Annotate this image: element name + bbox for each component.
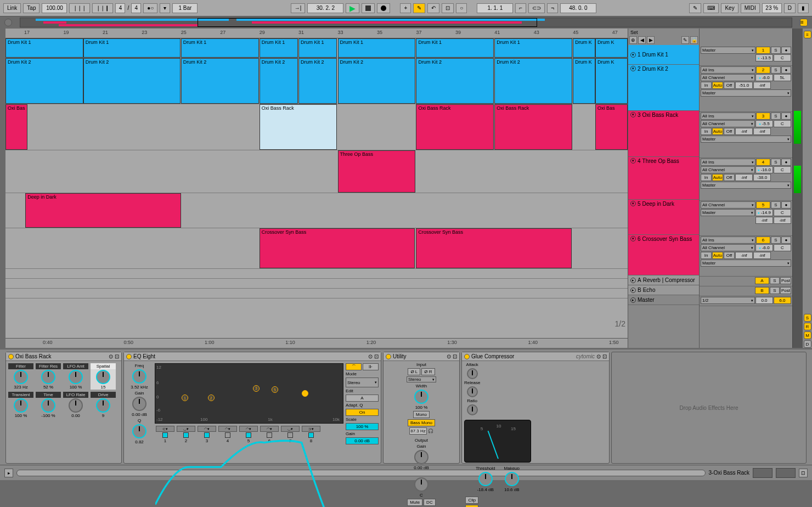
capture-midi-icon[interactable]: ⊡ bbox=[442, 3, 454, 13]
tempo-nudge-down-icon[interactable]: ❘❘❘ bbox=[69, 3, 90, 13]
draw-mode-icon[interactable]: ✎ bbox=[689, 3, 701, 13]
gain-knob[interactable] bbox=[414, 450, 428, 464]
return-track-b[interactable]: ▸ B Echo bbox=[628, 285, 699, 295]
monitor-off[interactable]: Off bbox=[724, 174, 735, 181]
play-icon[interactable]: ▸ bbox=[630, 297, 636, 303]
solo-button[interactable]: S bbox=[771, 236, 781, 244]
device-on-icon[interactable] bbox=[8, 354, 14, 359]
clip[interactable]: Drum Kit 1 bbox=[494, 38, 572, 58]
track-header-2[interactable]: ▾ 2 Drum Kit 2 bbox=[628, 65, 699, 111]
eq-band-8[interactable]: 8 bbox=[302, 390, 308, 397]
clip[interactable]: Oxi Bas bbox=[5, 104, 27, 150]
input-select[interactable]: All Ins bbox=[701, 112, 755, 120]
device-hotswap-icon[interactable]: ⊡ bbox=[453, 353, 457, 359]
monitor-in[interactable]: In bbox=[701, 252, 712, 259]
output-select[interactable]: Master bbox=[701, 89, 791, 97]
phase-r[interactable]: Ø R bbox=[421, 368, 435, 375]
stop-button[interactable] bbox=[362, 3, 375, 13]
arm-button[interactable]: ● bbox=[781, 66, 791, 74]
pan[interactable]: C bbox=[774, 120, 791, 127]
io-toggle-icon[interactable]: ≡ bbox=[804, 31, 811, 38]
send-b[interactable]: -inf bbox=[753, 128, 771, 135]
master-lane[interactable] bbox=[5, 289, 628, 298]
arrangement-overview[interactable] bbox=[20, 18, 792, 27]
arm-button[interactable]: ● bbox=[781, 201, 791, 209]
volume[interactable]: -6.0 bbox=[755, 74, 773, 81]
clip[interactable]: Drum Kit 2 bbox=[494, 58, 572, 104]
detail-view-toggle-icon[interactable]: ▸ bbox=[4, 469, 13, 477]
post-toggle[interactable]: Post bbox=[780, 277, 791, 284]
mute-toggle[interactable]: Mute bbox=[407, 499, 422, 506]
cue-out-select[interactable]: 1/2 bbox=[701, 297, 755, 304]
eq-mode-select[interactable]: Stereo bbox=[346, 378, 379, 387]
clip[interactable]: Drum K bbox=[573, 58, 595, 104]
eq-band-1[interactable]: 1 bbox=[182, 395, 188, 401]
clip[interactable]: Oxi Bass Rack bbox=[416, 104, 494, 150]
stereo-select[interactable]: Stereo bbox=[407, 376, 436, 382]
macro-knob[interactable] bbox=[69, 370, 83, 384]
arm-button[interactable]: ● bbox=[781, 47, 791, 54]
track-activator[interactable]: 5 bbox=[756, 201, 770, 209]
track-lane-2[interactable]: Drum Kit 2 Drum Kit 2 Drum Kit 2 Drum Ki… bbox=[5, 58, 628, 104]
link-toggle[interactable]: Link bbox=[3, 3, 21, 13]
tracks-area[interactable]: Drum Kit 1 Drum Kit 1 Drum Kit 1 Drum Ki… bbox=[5, 38, 628, 338]
solo-button[interactable]: S bbox=[771, 159, 781, 166]
soft-toggle[interactable]: Soft bbox=[465, 505, 478, 507]
attack-knob[interactable] bbox=[467, 368, 478, 379]
clip[interactable]: Crossover Syn Bass bbox=[416, 228, 572, 268]
fold-icon[interactable]: ▾ bbox=[630, 201, 636, 206]
macro-knob[interactable] bbox=[41, 398, 55, 413]
device-hotswap-icon[interactable]: ⊡ bbox=[602, 353, 607, 359]
track-header-1[interactable]: ▾ 1 Drum Kit 1 bbox=[628, 45, 699, 65]
tap-tempo[interactable]: Tap bbox=[23, 3, 40, 13]
eq-view-bar[interactable]: ⊪ bbox=[363, 363, 379, 370]
send-a[interactable]: -inf bbox=[735, 128, 753, 135]
return-activator[interactable]: A bbox=[755, 277, 769, 284]
io-section-toggle[interactable]: ≡ bbox=[800, 19, 808, 26]
mixer-toggle-icon[interactable]: M bbox=[804, 331, 811, 339]
session-record-icon[interactable]: ○ bbox=[456, 3, 467, 13]
headphones-icon[interactable]: 🎧 bbox=[428, 429, 433, 433]
tempo-input[interactable]: 100.00 bbox=[42, 3, 67, 13]
clip[interactable]: Drum K bbox=[573, 38, 595, 58]
device-hotswap-icon[interactable]: ⊡ bbox=[374, 353, 379, 359]
device-on-icon[interactable] bbox=[386, 354, 391, 359]
input-select[interactable]: All Ins bbox=[701, 236, 755, 244]
fold-icon[interactable]: ▾ bbox=[630, 112, 636, 117]
drop-audio-effects[interactable]: Drop Audio Effects Here bbox=[611, 352, 807, 464]
add-locator-icon[interactable]: ⊕ bbox=[629, 36, 637, 44]
pan[interactable]: C bbox=[774, 244, 791, 251]
monitor-in[interactable]: In bbox=[701, 82, 712, 89]
send-a[interactable]: -51.0 bbox=[735, 82, 753, 89]
midi-map[interactable]: MIDI bbox=[741, 3, 760, 13]
macro-knob[interactable] bbox=[14, 370, 28, 384]
device-hotswap-icon[interactable]: ⊡ bbox=[115, 353, 119, 359]
eq-view-curve[interactable]: ⌒ bbox=[346, 363, 362, 370]
monitor-in[interactable]: In bbox=[701, 128, 712, 135]
monitor-off[interactable]: Off bbox=[724, 128, 735, 135]
clip[interactable]: Drum Kit 1 bbox=[5, 38, 83, 58]
threshold-knob[interactable] bbox=[478, 472, 493, 486]
send-b[interactable]: -38.0 bbox=[753, 174, 771, 181]
metronome-menu-icon[interactable]: ▾ bbox=[160, 3, 170, 13]
solo-button[interactable]: S bbox=[770, 287, 780, 294]
send-b[interactable]: -inf bbox=[753, 252, 771, 259]
play-button[interactable]: ▶ bbox=[346, 3, 359, 13]
lock-envelopes-icon[interactable]: 🔒 bbox=[690, 36, 698, 44]
monitor-off[interactable]: Off bbox=[724, 82, 735, 89]
send-a[interactable]: -inf bbox=[735, 252, 753, 259]
punch-out-icon[interactable]: ¬ bbox=[547, 3, 558, 13]
quantize-select[interactable]: 1 Bar bbox=[172, 3, 198, 13]
automation-mode-icon[interactable]: ✎ bbox=[681, 36, 689, 44]
device-on-icon[interactable] bbox=[464, 354, 470, 359]
track-activator[interactable]: 2 bbox=[756, 66, 770, 74]
track-lane-5[interactable]: Deep in Dark bbox=[5, 193, 628, 228]
clip[interactable]: Drum Kit 2 bbox=[416, 58, 494, 104]
macro-knob[interactable] bbox=[69, 398, 83, 413]
volume[interactable]: -13.5 bbox=[755, 54, 773, 61]
device-overview-icon[interactable] bbox=[776, 468, 796, 478]
master-track-header[interactable]: ▸ Master bbox=[628, 295, 699, 305]
send-a[interactable]: -inf bbox=[755, 217, 773, 224]
send-a[interactable]: -inf bbox=[735, 174, 753, 181]
eq-gain-knob[interactable] bbox=[132, 397, 146, 411]
